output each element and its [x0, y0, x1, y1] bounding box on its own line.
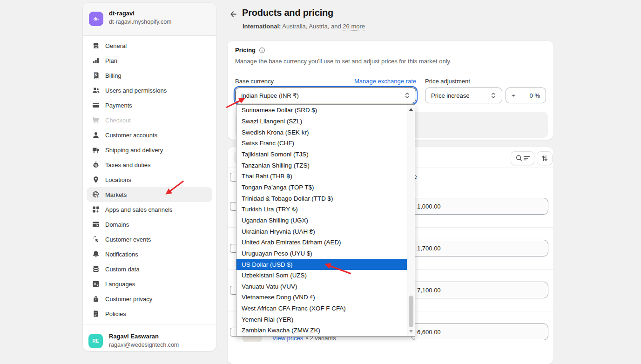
price-adjustment-label: Price adjustment — [425, 78, 470, 85]
store-icon — [92, 42, 100, 49]
store-domain: dt-ragavi.myshopify.com — [109, 19, 172, 25]
sidebar-item-checkout[interactable]: Checkout — [87, 113, 212, 128]
price-adjustment-value-input[interactable]: + 0 % — [506, 88, 546, 103]
price-input[interactable] — [411, 240, 548, 256]
store-header[interactable]: dt- dt-ragavi dt-ragavi.myshopify.com — [83, 3, 216, 36]
checkout-cart-icon — [92, 116, 100, 124]
sidebar-item-label: Domains — [105, 221, 129, 228]
back-button[interactable] — [227, 8, 239, 20]
language-icon: A — [92, 280, 100, 288]
base-currency-label: Base currency — [235, 78, 274, 85]
page-title: Products and pricing — [242, 7, 333, 18]
user-email: ragavi@wedesigntech.com — [109, 342, 179, 348]
sidebar-item-label: Markets — [105, 191, 127, 198]
dropdown-option-trinidad-tobago-dollar-ttd[interactable]: Trinidad & Tobago Dollar (TTD $) — [236, 193, 407, 204]
sidebar-item-shipping-and-delivery[interactable]: Shipping and delivery — [87, 142, 212, 157]
search-filter-button[interactable] — [511, 151, 534, 165]
sidebar-item-custom-data[interactable]: Custom data — [87, 262, 212, 276]
sidebar-item-domains[interactable]: Domains — [87, 217, 212, 232]
dropdown-option-swiss-franc-chf[interactable]: Swiss Franc (CHF) — [236, 138, 407, 149]
dropdown-option-uzbekistani-som-uzs[interactable]: Uzbekistani Som (UZS) — [236, 270, 407, 281]
sidebar-nav: GeneralPlan$BillingUsers and permissions… — [87, 38, 212, 321]
sidebar-item-languages[interactable]: ALanguages — [87, 276, 212, 291]
manage-exchange-rate-link[interactable]: Manage exchange rate — [354, 78, 416, 85]
scrollbar-thumb[interactable] — [409, 296, 413, 327]
sidebar-item-payments[interactable]: Payments — [87, 98, 212, 113]
user-footer[interactable]: RE Ragavi Easwaran ragavi@wedesigntech.c… — [83, 324, 216, 351]
scroll-up-arrow-icon[interactable] — [409, 108, 413, 111]
sidebar-item-customer-privacy[interactable]: Customer privacy — [87, 291, 212, 306]
price-input[interactable] — [411, 198, 548, 215]
subtitle-label: International: — [243, 23, 281, 30]
dropdown-option-tajikistani-somoni-tjs[interactable]: Tajikistani Somoni (TJS) — [236, 149, 407, 160]
sidebar-item-label: Customer events — [105, 236, 151, 243]
user-name: Ragavi Easwaran — [109, 333, 159, 340]
dropdown-option-united-arab-emirates-dirham-aed[interactable]: United Arab Emirates Dirham (AED) — [236, 237, 407, 248]
sort-button[interactable] — [537, 151, 553, 165]
apps-grid-icon — [92, 206, 100, 213]
truck-icon — [92, 146, 100, 154]
chevron-updown-icon — [491, 92, 496, 99]
sidebar-item-customer-events[interactable]: Customer events — [87, 232, 212, 247]
sidebar-item-label: Checkout — [105, 117, 131, 124]
price-input[interactable] — [411, 324, 548, 340]
chevron-updown-icon — [405, 92, 410, 99]
sidebar-item-plan[interactable]: Plan — [87, 53, 212, 68]
sidebar-item-label: Payments — [105, 102, 132, 109]
pricing-card-title: Pricing — [235, 47, 265, 54]
sidebar-item-locations[interactable]: Locations — [87, 172, 212, 187]
sort-arrows-icon — [541, 155, 548, 162]
sidebar-item-billing[interactable]: $Billing — [87, 68, 212, 83]
svg-text:A: A — [94, 282, 97, 286]
svg-text:%: % — [94, 163, 98, 168]
sidebar-item-policies[interactable]: Policies — [87, 306, 212, 321]
info-icon[interactable] — [259, 47, 265, 54]
sidebar-item-markets[interactable]: $Markets — [87, 187, 212, 202]
dropdown-option-surinamese-dollar-srd[interactable]: Surinamese Dollar (SRD $) — [236, 105, 407, 116]
sidebar-item-label: Plan — [105, 57, 117, 64]
sidebar-item-label: Billing — [105, 72, 121, 79]
dropdown-option-yemeni-rial-yer[interactable]: Yemeni Rial (YER) — [236, 314, 407, 325]
dropdown-option-vanuatu-vatu-vuv[interactable]: Vanuatu Vatu (VUV) — [236, 281, 407, 292]
dropdown-option-turkish-lira-try[interactable]: Turkish Lira (TRY ₺) — [236, 204, 407, 215]
dropdown-option-tanzanian-shilling-tzs[interactable]: Tanzanian Shilling (TZS) — [236, 160, 407, 171]
dropdown-scrollbar[interactable] — [407, 105, 415, 336]
sidebar-item-general[interactable]: General — [87, 38, 212, 53]
person-icon — [92, 131, 100, 139]
sidebar-item-apps-and-sales-channels[interactable]: Apps and sales channels — [87, 202, 212, 217]
dropdown-option-ugandan-shilling-ugx[interactable]: Ugandan Shilling (UGX) — [236, 215, 407, 226]
scroll-down-arrow-icon[interactable] — [409, 330, 413, 333]
subtitle-more-link[interactable]: 26 more — [343, 23, 365, 31]
adjustment-value: 0 % — [530, 92, 540, 99]
user-avatar: RE — [88, 334, 103, 348]
svg-text:$: $ — [95, 73, 97, 77]
dropdown-option-zambian-kwacha-zmw-zk[interactable]: Zambian Kwacha (ZMW ZK) — [236, 325, 407, 336]
sidebar-item-taxes-and-duties[interactable]: %Taxes and duties — [87, 157, 212, 172]
sidebar-item-customer-accounts[interactable]: Customer accounts — [87, 128, 212, 142]
sidebar-item-label: General — [105, 42, 127, 49]
dropdown-option-uruguayan-peso-uyu[interactable]: Uruguayan Peso (UYU $) — [236, 248, 407, 259]
sidebar-item-label: Notifications — [105, 251, 138, 258]
dropdown-option-thai-baht-thb[interactable]: Thai Baht (THB ฿) — [236, 171, 407, 182]
price-input[interactable] — [411, 282, 548, 298]
lock-icon — [92, 295, 100, 303]
dropdown-option-swazi-lilangeni-szl[interactable]: Swazi Lilangeni (SZL) — [236, 116, 407, 127]
sidebar-item-users-and-permissions[interactable]: Users and permissions — [87, 83, 212, 98]
dropdown-option-ukrainian-hryvnia-uah[interactable]: Ukrainian Hryvnia (UAH ₴) — [236, 226, 407, 237]
dropdown-option-us-dollar-usd[interactable]: US Dollar (USD $) — [236, 259, 407, 270]
dropdown-option-vietnamese-dong-vnd[interactable]: Vietnamese Dong (VND ₫) — [236, 292, 407, 303]
moneybag-percent-icon: % — [92, 161, 100, 169]
subtitle-text: Australia, Austria, and — [281, 23, 343, 30]
price-adjustment-type-select[interactable]: Price increase — [425, 88, 502, 103]
sidebar-item-label: Taxes and duties — [105, 162, 151, 169]
base-currency-select[interactable]: Indian Rupee (INR ₹) — [235, 88, 416, 103]
sidebar-item-notifications[interactable]: Notifications — [87, 247, 212, 262]
browser-icon — [92, 221, 100, 228]
bell-icon — [92, 250, 100, 258]
dropdown-option-swedish-krona-sek-kr[interactable]: Swedish Krona (SEK kr) — [236, 127, 407, 138]
back-arrow-icon — [229, 10, 237, 18]
sidebar-item-label: Apps and sales channels — [105, 206, 173, 213]
dropdown-option-west-african-cfa-franc-xof-f-cfa[interactable]: West African CFA Franc (XOF F CFA) — [236, 303, 407, 314]
dropdown-option-tongan-pa-anga-top-t[interactable]: Tongan Pa’anga (TOP T$) — [236, 182, 407, 193]
sidebar-item-label: Shipping and delivery — [105, 147, 163, 154]
